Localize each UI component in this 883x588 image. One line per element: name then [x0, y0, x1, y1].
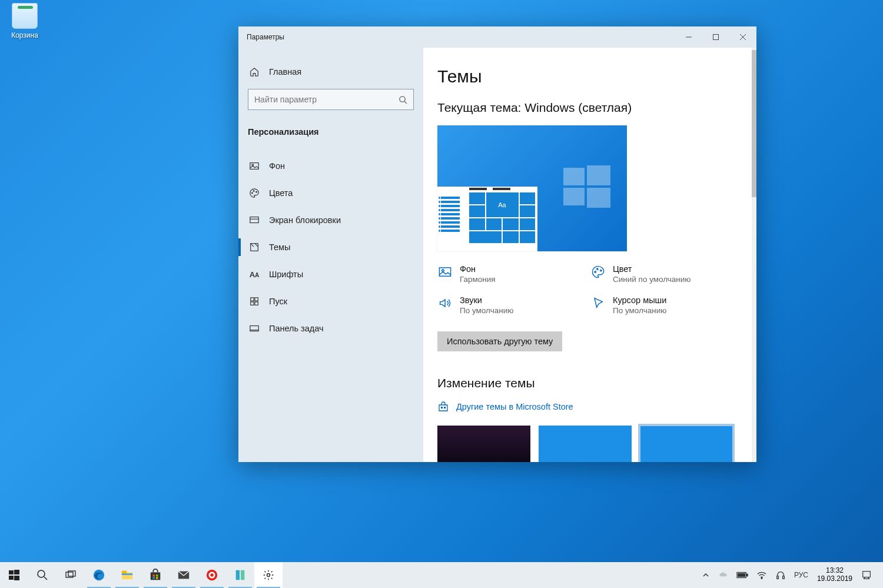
taskbar-store[interactable] [141, 562, 170, 588]
tray-wifi-icon[interactable] [752, 562, 771, 588]
sound-icon [437, 295, 453, 311]
sidebar-home[interactable]: Главная [238, 58, 423, 85]
scrollbar-thumb[interactable] [752, 50, 756, 197]
sidebar: Главная Персонализация Фон Цвета Экран б… [238, 48, 423, 462]
titlebar[interactable]: Параметры [238, 26, 756, 48]
tray-headphones-icon[interactable] [771, 562, 790, 588]
close-button[interactable] [729, 26, 756, 48]
svg-rect-55 [738, 573, 745, 576]
content-scrollbar[interactable] [752, 48, 756, 462]
svg-point-9 [253, 191, 254, 192]
svg-rect-34 [14, 576, 19, 580]
window-title: Параметры [247, 33, 284, 41]
svg-rect-50 [236, 570, 240, 580]
start-button[interactable] [0, 562, 28, 588]
system-tray: РУС 13:32 19.03.2019 [696, 562, 883, 588]
svg-rect-51 [241, 570, 244, 580]
tray-battery-icon[interactable] [732, 562, 752, 588]
svg-rect-33 [9, 576, 14, 580]
recycle-bin[interactable]: Корзина [7, 3, 42, 39]
svg-rect-20 [563, 168, 585, 185]
use-other-theme-button[interactable]: Использовать другую тему [437, 331, 562, 351]
cursor-icon [590, 295, 606, 311]
sidebar-item-lockscreen[interactable]: Экран блокировки [238, 207, 423, 234]
svg-point-52 [267, 574, 270, 577]
tray-overflow[interactable] [698, 562, 713, 588]
start-icon [248, 295, 261, 308]
taskbar-settings[interactable] [254, 562, 283, 588]
theme-thumb-2[interactable] [539, 426, 632, 462]
themes-icon [248, 241, 261, 254]
svg-rect-57 [777, 576, 779, 579]
more-themes-store-link[interactable]: Другие темы в Microsoft Store [437, 401, 733, 413]
current-theme-heading: Текущая тема: Windows (светлая) [437, 101, 733, 115]
sidebar-section: Персонализация [238, 118, 423, 145]
tray-notifications-icon[interactable] [857, 562, 876, 588]
svg-rect-23 [587, 188, 610, 208]
sidebar-item-fonts[interactable]: AA Шрифты [238, 261, 423, 288]
tray-time: 13:32 [817, 567, 852, 575]
svg-rect-21 [587, 165, 610, 185]
theme-thumb-1[interactable] [437, 426, 530, 462]
search-box[interactable] [248, 89, 414, 110]
svg-rect-24 [439, 268, 450, 276]
svg-rect-1 [713, 35, 719, 40]
taskbar-adobe[interactable] [198, 562, 226, 588]
search-input[interactable] [254, 95, 399, 104]
svg-point-27 [597, 268, 598, 270]
minimize-button[interactable] [675, 26, 702, 48]
settings-window: Параметры Главная Персонализация Фон [238, 26, 756, 462]
svg-rect-15 [255, 298, 258, 301]
svg-rect-42 [122, 573, 132, 575]
sidebar-item-start[interactable]: Пуск [238, 288, 423, 315]
taskbar-icon [248, 322, 261, 335]
svg-rect-22 [563, 188, 585, 205]
recycle-bin-label: Корзина [7, 31, 42, 39]
svg-point-4 [400, 96, 405, 101]
sidebar-item-colors[interactable]: Цвета [238, 180, 423, 207]
theme-prop-background[interactable]: ФонГармония [437, 264, 590, 284]
theme-preview-start: Aa [437, 187, 537, 251]
taskbar-explorer[interactable] [113, 562, 141, 588]
sidebar-home-label: Главная [269, 67, 301, 77]
palette-icon [248, 187, 261, 200]
svg-rect-46 [152, 577, 155, 579]
page-title: Темы [437, 67, 733, 87]
svg-point-56 [761, 578, 762, 579]
svg-rect-44 [152, 574, 155, 577]
svg-rect-17 [255, 302, 258, 305]
svg-rect-32 [14, 570, 19, 574]
svg-point-25 [442, 270, 444, 272]
svg-rect-16 [251, 302, 254, 305]
tray-clock[interactable]: 13:32 19.03.2019 [812, 567, 857, 583]
theme-prop-sounds[interactable]: ЗвукиПо умолчанию [437, 295, 590, 315]
taskbar-app[interactable] [226, 562, 254, 588]
tray-date: 19.03.2019 [817, 575, 852, 583]
sidebar-item-taskbar[interactable]: Панель задач [238, 315, 423, 342]
svg-rect-11 [250, 217, 258, 223]
show-desktop-button[interactable] [876, 562, 881, 588]
svg-rect-47 [156, 577, 158, 579]
tray-onedrive-icon[interactable] [713, 562, 732, 588]
recycle-bin-icon [12, 3, 38, 29]
svg-point-49 [207, 570, 217, 580]
task-view-button[interactable] [57, 562, 85, 588]
lockscreen-icon [248, 214, 261, 227]
search-button[interactable] [28, 562, 57, 588]
taskbar-edge[interactable] [85, 562, 113, 588]
theme-thumbnails [437, 426, 733, 462]
svg-line-5 [404, 101, 407, 104]
maximize-button[interactable] [702, 26, 729, 48]
sidebar-item-background[interactable]: Фон [238, 152, 423, 180]
svg-rect-59 [863, 572, 871, 577]
theme-thumb-3-selected[interactable] [640, 426, 733, 462]
sidebar-item-themes[interactable]: Темы [238, 234, 423, 261]
theme-prop-color[interactable]: ЦветСиний по умолчанию [590, 264, 743, 284]
svg-rect-6 [250, 163, 258, 170]
theme-prop-cursor[interactable]: Курсор мышиПо умолчанию [590, 295, 743, 315]
taskbar-mail[interactable] [170, 562, 198, 588]
svg-rect-31 [9, 570, 14, 574]
svg-point-10 [256, 191, 257, 192]
svg-rect-38 [68, 571, 75, 576]
tray-language[interactable]: РУС [790, 562, 812, 588]
